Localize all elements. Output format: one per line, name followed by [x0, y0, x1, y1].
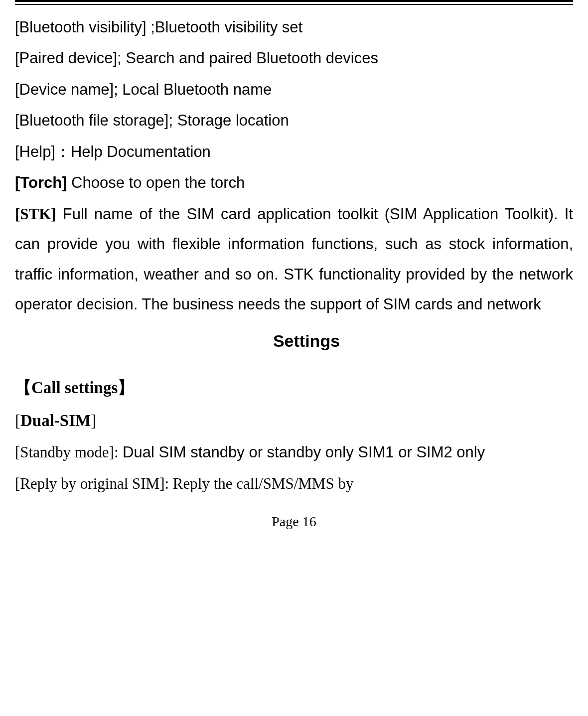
stk-paragraph: [STK] Full name of the SIM card applicat… — [15, 199, 573, 320]
page-number: Page 16 — [15, 514, 573, 530]
dual-sim-label: Dual-SIM — [20, 412, 91, 430]
help-line: [Help]：Help Documentation — [15, 137, 573, 167]
paired-device-line: [Paired device]; Search and paired Bluet… — [15, 43, 573, 73]
bluetooth-file-storage-line: [Bluetooth file storage]; Storage locati… — [15, 106, 573, 136]
stk-text: Full name of the SIM card application to… — [15, 205, 573, 313]
reply-by-original-sim-line: [Reply by original SIM]: Reply the call/… — [15, 469, 573, 499]
bluetooth-visibility-line: [Bluetooth visibility] ;Bluetooth visibi… — [15, 12, 573, 42]
bracket-close: ] — [91, 412, 96, 430]
settings-heading: Settings — [15, 324, 573, 357]
stk-label: [STK] — [15, 205, 56, 223]
bracket-open: [ — [15, 412, 20, 430]
standby-text: Dual SIM standby or standby only SIM1 or… — [119, 443, 485, 461]
standby-mode-line: [Standby mode]: Dual SIM standby or stan… — [15, 437, 573, 467]
reply-text: Reply the call/SMS/MMS by — [173, 475, 354, 492]
device-name-line: [Device name]; Local Bluetooth name — [15, 75, 573, 105]
standby-label: [Standby mode]: — [15, 443, 119, 461]
dual-sim-heading: [Dual-SIM] — [15, 405, 573, 436]
document-content: [Bluetooth visibility] ;Bluetooth visibi… — [15, 12, 573, 499]
call-settings-heading: 【Call settings】 — [15, 372, 573, 404]
torch-text: Choose to open the torch — [67, 174, 245, 191]
horizontal-rule — [15, 0, 573, 5]
reply-label: [Reply by original SIM]: — [15, 475, 173, 492]
torch-label: [Torch] — [15, 174, 67, 191]
torch-line: [Torch] Choose to open the torch — [15, 168, 573, 198]
